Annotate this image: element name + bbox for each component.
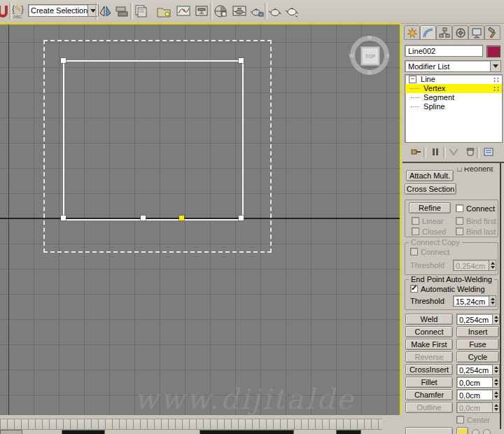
stack-row-line[interactable]: Line [405,75,502,84]
track-bar[interactable] [0,419,382,430]
stack-item-label[interactable]: Vertex [424,84,445,92]
compass-north-label[interactable]: N [368,34,372,41]
object-color-swatch[interactable] [486,46,500,57]
tab-modify[interactable] [420,25,436,40]
schematic-view-icon[interactable] [193,2,210,20]
viewcube-top-face[interactable]: TOP [360,46,380,66]
boolean-button-partial[interactable] [405,427,453,434]
outline-button: Outline [405,402,453,413]
chamfer-button[interactable]: Chamfer [405,389,453,400]
spinner-value[interactable]: 0,0cm [456,389,493,400]
render-iterative-teapot-icon[interactable] [284,2,300,20]
stack-row-vertex[interactable]: Vertex [405,84,502,93]
tab-create[interactable] [404,25,420,40]
connect-checkbox[interactable]: Connect [456,204,495,213]
cross-section-button[interactable]: Cross Section [405,183,456,195]
spinner-arrows-icon[interactable] [493,364,500,375]
curve-editor-icon[interactable] [175,2,192,20]
boolean-union-icon-partial[interactable] [456,427,468,434]
spinner-value[interactable]: 0,254cm [456,364,493,375]
checkbox-box-checked[interactable] [410,285,418,293]
fillet-spinner[interactable]: 0,0cm [456,377,500,388]
tab-utilities[interactable] [484,25,500,40]
show-end-result-icon[interactable] [428,146,443,158]
connect-button[interactable]: Connect [405,326,453,337]
insert-button[interactable]: Insert [456,326,499,337]
crossinsert-spinner[interactable]: 0,254cm [456,364,500,375]
vertex-handle[interactable] [61,58,66,63]
tab-hierarchy[interactable] [436,25,452,40]
boolean-subtract-icon-partial[interactable] [472,429,479,434]
pin-stack-icon[interactable] [408,146,424,158]
checkbox-label: Closed [422,227,446,236]
mirror-icon[interactable] [97,2,114,20]
modifier-list-arrow-icon[interactable] [491,60,501,72]
boolean-intersect-icon-partial[interactable] [483,429,491,434]
refine-button[interactable]: Refine [409,202,451,214]
coordinate-field-partial[interactable] [200,430,294,434]
material-editor-icon[interactable] [212,2,229,20]
rendered-frame-icon[interactable] [248,2,265,20]
vertex-handle-selected[interactable] [179,216,184,220]
checkbox-box[interactable] [456,204,463,212]
spinner-value[interactable]: 0,0cm [456,377,493,388]
make-unique-icon[interactable] [446,146,461,158]
compass-west-label[interactable]: W [349,52,354,59]
top-viewport[interactable]: N S W E TOP www.dijitalde [0,23,401,416]
collapse-icon[interactable] [409,76,416,83]
svg-text:ABC: ABC [13,15,22,19]
scene-container-icon[interactable] [155,2,172,20]
stack-toolbar [402,146,504,160]
layer-manager-icon[interactable] [133,2,150,20]
reorient-checkbox-partial[interactable]: □ Reorient [457,167,499,174]
tab-display[interactable] [468,25,484,40]
chamfer-spinner[interactable]: 0,0cm [456,389,500,400]
spinner-value[interactable]: 0,254cm [456,314,493,325]
stack-item-label[interactable]: Segment [424,93,454,102]
object-name-field[interactable]: Line002 [405,45,483,57]
weld-threshold-spinner[interactable]: 0,254cm [456,314,500,325]
stack-row-segment[interactable]: Segment [405,93,502,102]
vertex-handle[interactable] [141,216,146,220]
selection-set-value[interactable]: Create Selection Se [28,4,88,17]
viewcube[interactable]: N S W E TOP [350,36,389,75]
selection-set-combobox[interactable]: Create Selection Se [28,4,99,17]
rollout-scrollbar[interactable] [500,163,501,429]
crossinsert-button[interactable]: CrossInsert [405,364,453,375]
spinner-value[interactable]: 15,24cm [453,295,489,307]
modifier-list-value[interactable]: Modifier List [405,60,491,72]
make-first-button[interactable]: Make First [405,339,453,350]
toolbar-separator [477,147,479,158]
spinner-arrows-icon[interactable] [493,377,500,388]
refine-group: Refine Connect Linear Bind first Closed … [405,200,498,237]
stack-item-label[interactable]: Line [421,75,435,83]
autoweld-threshold-spinner[interactable]: 15,24cm [453,295,496,307]
named-selection-sets-icon[interactable]: {}✎ABC [10,2,27,20]
spinner-arrows-icon[interactable] [493,389,500,400]
vertex-handle[interactable] [239,216,244,220]
vertex-handle[interactable] [239,58,244,63]
tab-motion[interactable] [452,25,468,40]
line-spline-shape[interactable] [63,60,244,220]
modifier-list-dropdown[interactable]: Modifier List [405,60,501,72]
fillet-button[interactable]: Fillet [405,377,453,388]
vertex-handle[interactable] [61,216,66,220]
compass-south-label[interactable]: S [368,69,371,76]
weld-button[interactable]: Weld [405,314,453,325]
stack-item-label[interactable]: Spline [424,102,445,111]
render-setup-icon[interactable] [231,2,248,20]
remove-modifier-icon[interactable] [463,146,478,158]
fuse-button[interactable]: Fuse [456,339,499,350]
automatic-welding-checkbox[interactable]: Automatic Welding [410,284,485,293]
align-icon[interactable] [113,2,130,20]
stack-row-spline[interactable]: Spline [405,102,502,111]
modifier-stack[interactable]: Line Vertex Segment Spline [405,74,503,143]
compass-east-label[interactable]: E [386,52,390,59]
spinner-arrows-icon[interactable] [493,314,500,325]
attach-mult-button[interactable]: Attach Mult. [406,170,454,181]
configure-modifier-sets-icon[interactable] [481,146,496,158]
render-production-teapot-icon[interactable] [267,2,284,20]
spinner-arrows-icon[interactable] [489,295,496,307]
cycle-button[interactable]: Cycle [456,351,499,363]
coordinate-field-partial[interactable] [336,430,361,434]
